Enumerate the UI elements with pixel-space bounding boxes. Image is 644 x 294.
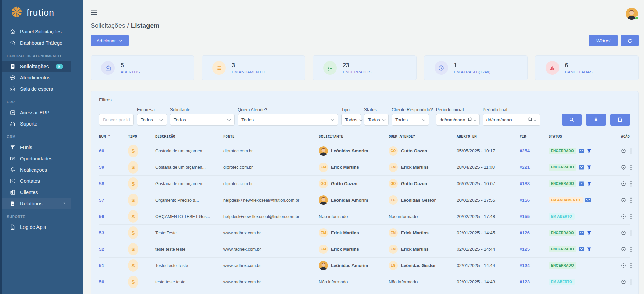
sidebar-item-solicitacoes[interactable]: Solicitações 5 [2, 61, 71, 72]
breadcrumb-parent[interactable]: Solicitações [91, 22, 125, 29]
solicitante-select[interactable]: Todos [170, 114, 235, 126]
stat-card-em-andamento[interactable]: 3EM ANDAMENTO [202, 55, 305, 80]
row-number-link[interactable]: 59 [99, 165, 128, 170]
sidebar-item-painel-solicitacoes[interactable]: Painel Solicitações [2, 26, 71, 37]
sidebar-item-dashboard-trafego[interactable]: Dashboard Tráfego [2, 37, 71, 48]
filter-icon[interactable] [587, 247, 592, 252]
row-number-link[interactable]: 53 [99, 230, 128, 235]
ticket-id-link[interactable]: #221 [520, 165, 549, 170]
row-number-link[interactable]: 60 [99, 148, 128, 153]
ticket-id-link[interactable]: #156 [520, 197, 549, 203]
ticket-id-link[interactable]: #123 [520, 279, 549, 284]
stats-row: 5ABERTOS 3EM ANDAMENTO 23ENCERRADOS 1EM … [91, 55, 639, 80]
sidebar-item-sala-de-espera[interactable]: Sala de espera [2, 83, 71, 94]
stat-card-abertos[interactable]: 5ABERTOS [91, 55, 194, 80]
initials-avatar: EM [319, 163, 328, 172]
sidebar-item-atendimentos[interactable]: Atendimentos [2, 72, 71, 83]
ticket-id-link[interactable]: #254 [520, 148, 549, 153]
user-avatar[interactable] [626, 8, 638, 20]
frution-logo-icon [10, 5, 23, 20]
row-number-link[interactable]: 56 [99, 214, 128, 219]
export-button[interactable] [610, 114, 630, 126]
stat-card-em-atraso[interactable]: 1EM ATRASO (+24h) [424, 55, 528, 80]
kebab-menu-icon[interactable] [630, 279, 632, 285]
fonte-cell: diprotec.com.br [223, 149, 319, 153]
sidebar-item-funis[interactable]: Funis [2, 142, 71, 153]
view-icon[interactable] [621, 164, 626, 170]
ticket-id-link[interactable]: #124 [520, 263, 549, 268]
kebab-menu-icon[interactable] [630, 214, 632, 219]
row-number-link[interactable]: 50 [99, 279, 128, 284]
cliente-respondido-select[interactable]: Todos [392, 114, 429, 126]
view-icon[interactable] [621, 148, 626, 154]
filter-icon[interactable] [587, 230, 592, 235]
envelope-icon[interactable] [579, 165, 584, 170]
logo[interactable]: frution [0, 0, 83, 23]
widget-button[interactable]: Widget [589, 35, 618, 46]
sidebar-item-acessar-erp[interactable]: Acessar ERP [2, 107, 71, 118]
description-cell: ORÇAMENTO TESET Gos... [149, 214, 223, 219]
refresh-button[interactable] [621, 35, 639, 46]
filters-title: Filtros [99, 97, 630, 102]
envelope-icon[interactable] [585, 197, 591, 203]
filter-icon[interactable] [587, 181, 592, 186]
view-icon[interactable] [621, 263, 626, 268]
row-number-link[interactable]: 51 [99, 263, 128, 268]
stat-card-canceladas[interactable]: 6CANCELADAS [535, 55, 639, 80]
view-icon[interactable] [621, 197, 626, 203]
ticket-id-link[interactable]: #188 [520, 181, 549, 186]
periodo-inicial-input[interactable]: dd/mm/aaaa [436, 114, 480, 126]
quem-atende-select[interactable]: Todos [238, 114, 338, 126]
acao-cell [618, 148, 630, 154]
envelope-icon[interactable] [579, 181, 584, 186]
kebab-menu-icon[interactable] [630, 181, 632, 187]
sidebar-item-contatos[interactable]: Contatos [2, 175, 71, 187]
kebab-menu-icon[interactable] [630, 230, 632, 236]
kebab-menu-icon[interactable] [630, 148, 632, 154]
view-icon[interactable] [621, 279, 626, 285]
empresa-select[interactable]: Todas [137, 114, 167, 126]
add-button[interactable]: Adicionar [91, 35, 129, 46]
envelope-icon[interactable] [579, 148, 584, 153]
view-icon[interactable] [621, 230, 626, 236]
description-cell: Gostaria de um orçamen... [149, 149, 223, 153]
kebab-menu-icon[interactable] [630, 247, 632, 252]
status-select[interactable]: Todos [364, 114, 389, 126]
kebab-menu-icon[interactable] [630, 165, 632, 170]
row-number-link[interactable]: 57 [99, 197, 128, 203]
clear-filters-button[interactable] [586, 114, 606, 126]
tipo-select[interactable]: Todos [341, 114, 361, 126]
kebab-menu-icon[interactable] [630, 263, 632, 268]
sidebar-item-relatorios[interactable]: Relatórios [2, 198, 71, 209]
person-name: Gutto Oazen [331, 181, 357, 186]
sidebar-item-notificacoes[interactable]: Notificações [2, 164, 71, 175]
ticket-id-link[interactable]: #125 [520, 247, 549, 252]
status-cell: ENCERRADO [549, 180, 618, 187]
view-icon[interactable] [621, 181, 626, 187]
periodo-final-input[interactable]: dd/mm/aaaa [483, 114, 540, 126]
search-button[interactable] [562, 114, 582, 126]
checklist-icon [323, 61, 337, 75]
sidebar-item-suporte[interactable]: Suporte [2, 118, 71, 129]
clock-icon [435, 61, 448, 75]
filter-icon[interactable] [587, 148, 592, 153]
filter-icon[interactable] [587, 165, 592, 170]
view-icon[interactable] [621, 214, 626, 219]
sidebar-item-clientes[interactable]: Clientes [2, 187, 71, 198]
sidebar-item-log-de-apis[interactable]: Log de Apis [2, 221, 71, 233]
kebab-menu-icon[interactable] [630, 197, 632, 203]
envelope-icon[interactable] [579, 230, 584, 235]
ticket-id-link[interactable]: #126 [520, 230, 549, 235]
quem-atende-cell: Não informado [389, 214, 457, 219]
search-input[interactable] [99, 114, 134, 126]
stat-card-encerrados[interactable]: 23ENCERRADOS [313, 55, 416, 80]
envelope-icon[interactable] [579, 247, 584, 252]
sidebar-item-oportunidades[interactable]: Oportunidades [2, 153, 71, 164]
ticket-id-link[interactable]: #155 [520, 214, 549, 219]
row-number-link[interactable]: 52 [99, 247, 128, 252]
money-type-icon: $ [128, 259, 138, 272]
chevron-right-icon [62, 201, 66, 206]
row-number-link[interactable]: 58 [99, 181, 128, 186]
menu-button[interactable] [91, 10, 97, 16]
view-icon[interactable] [621, 246, 626, 252]
